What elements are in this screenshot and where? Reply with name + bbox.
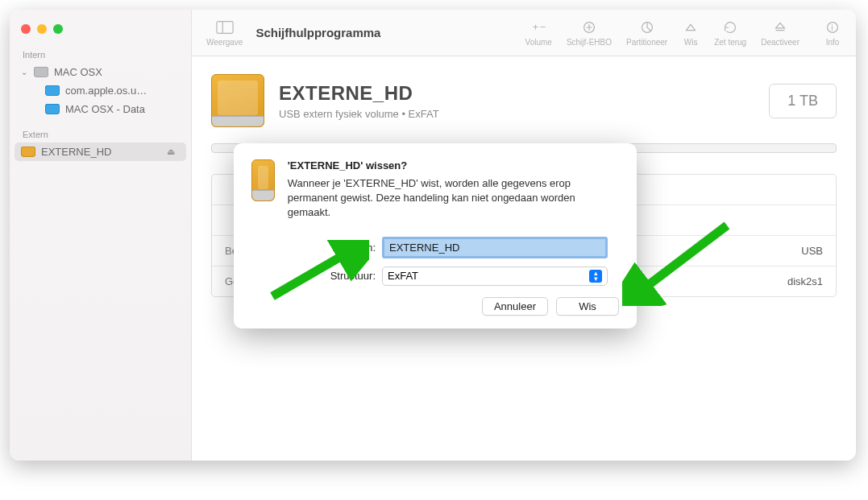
window-controls bbox=[10, 16, 191, 39]
dialog-title: 'EXTERNE_HD' wissen? bbox=[288, 159, 619, 171]
sidebar-item-label: MAC OSX bbox=[54, 66, 102, 78]
sidebar: Intern ⌄ MAC OSX com.apple.os.u… MAC OSX… bbox=[10, 10, 192, 461]
minimize-window-button[interactable] bbox=[37, 24, 47, 34]
toolbar-unmount-button[interactable]: Deactiveer bbox=[754, 16, 806, 50]
eject-icon[interactable]: ⏏ bbox=[167, 147, 175, 157]
stepper-icon: ▴▾ bbox=[589, 270, 602, 283]
zoom-window-button[interactable] bbox=[53, 24, 63, 34]
plus-minus-icon: +− bbox=[530, 19, 547, 35]
external-volume-icon bbox=[21, 147, 35, 157]
capacity-badge: 1 TB bbox=[769, 84, 837, 118]
sidebar-item-label: EXTERNE_HD bbox=[41, 146, 111, 158]
sidebar-toggle-icon bbox=[216, 19, 234, 35]
sidebar-section-external: Extern bbox=[10, 118, 191, 143]
partition-icon bbox=[638, 19, 656, 35]
volume-icon bbox=[45, 85, 60, 96]
erase-icon bbox=[682, 19, 700, 35]
toolbar-view-button[interactable]: Weergave bbox=[200, 16, 249, 50]
svg-rect-0 bbox=[217, 21, 233, 33]
toolbar-volume-button[interactable]: +− Volume bbox=[519, 16, 559, 50]
sidebar-item-snapshot[interactable]: com.apple.os.u… bbox=[10, 81, 191, 100]
info-value: disk2s1 bbox=[787, 275, 823, 287]
svg-text:+: + bbox=[533, 20, 539, 32]
firstaid-icon bbox=[580, 19, 598, 35]
toolbar-firstaid-button[interactable]: Schijf-EHBO bbox=[560, 16, 618, 50]
toolbar: Weergave Schijfhulpprogramma +− Volume S… bbox=[192, 10, 856, 56]
toolbar-restore-button[interactable]: Zet terug bbox=[708, 16, 753, 50]
toolbar-partition-button[interactable]: Partitioneer bbox=[620, 16, 674, 50]
chevron-down-icon[interactable]: ⌄ bbox=[21, 68, 28, 76]
eject-icon bbox=[771, 19, 789, 35]
sidebar-section-internal: Intern bbox=[10, 39, 191, 63]
name-input[interactable] bbox=[382, 237, 608, 258]
name-label: Naam: bbox=[303, 242, 376, 254]
volume-name: EXTERNE_HD bbox=[279, 82, 439, 105]
disk-icon bbox=[34, 67, 48, 77]
external-volume-large-icon bbox=[211, 74, 264, 127]
toolbar-erase-button[interactable]: Wis bbox=[675, 16, 706, 50]
erase-button[interactable]: Wis bbox=[556, 297, 619, 316]
sidebar-item-mac-osx[interactable]: ⌄ MAC OSX bbox=[10, 63, 191, 81]
sidebar-item-label: com.apple.os.u… bbox=[65, 85, 147, 97]
format-value: ExFAT bbox=[388, 270, 418, 282]
cancel-button[interactable]: Annuleer bbox=[482, 297, 548, 316]
format-select[interactable]: ExFAT ▴▾ bbox=[382, 267, 608, 286]
sidebar-item-data[interactable]: MAC OSX - Data bbox=[10, 100, 191, 118]
volume-icon bbox=[45, 104, 60, 114]
sidebar-item-label: MAC OSX - Data bbox=[65, 103, 145, 115]
sidebar-item-externe-hd[interactable]: EXTERNE_HD ⏏ bbox=[15, 143, 186, 161]
close-window-button[interactable] bbox=[21, 24, 31, 34]
dialog-text: Wanneer je 'EXTERNE_HD' wist, worden all… bbox=[288, 176, 619, 221]
svg-text:−: − bbox=[540, 20, 546, 32]
info-icon: i bbox=[824, 19, 841, 35]
info-value: USB bbox=[801, 245, 823, 257]
app-title: Schijfhulpprogramma bbox=[255, 26, 380, 39]
toolbar-info-button[interactable]: i Info bbox=[817, 16, 848, 50]
volume-subtitle: USB extern fysiek volume • ExFAT bbox=[279, 108, 439, 120]
restore-icon bbox=[721, 19, 739, 35]
svg-text:i: i bbox=[831, 23, 833, 31]
erase-dialog: 'EXTERNE_HD' wissen? Wanneer je 'EXTERNE… bbox=[234, 143, 637, 329]
format-label: Structuur: bbox=[303, 270, 376, 282]
external-volume-icon bbox=[251, 159, 275, 201]
